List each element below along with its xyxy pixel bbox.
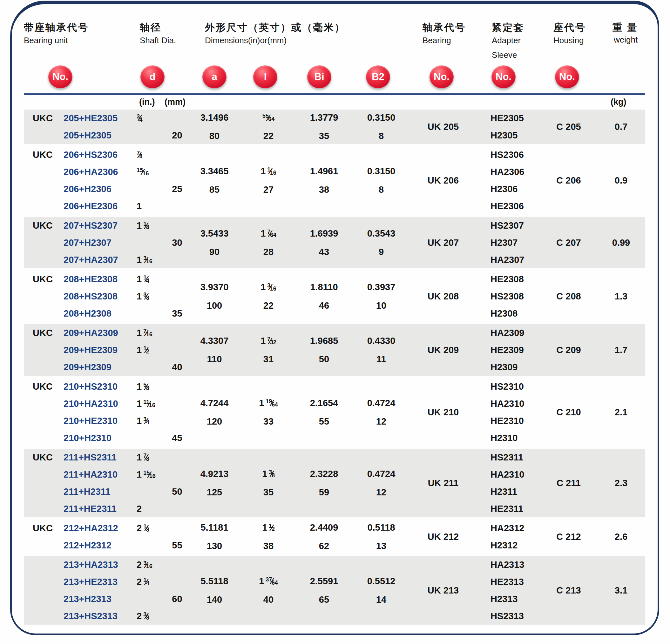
- shaft-dia-in: 11⁄2: [133, 341, 167, 358]
- bearing-number: UK 213: [410, 556, 477, 625]
- ukc-prefix: [24, 234, 64, 251]
- adapter-sleeve-number: H2305: [477, 127, 540, 144]
- ukc-prefix: UKC: [24, 520, 64, 537]
- shaft-dia-mm: 30: [167, 234, 187, 251]
- dim-l: 13⁄835: [241, 449, 295, 517]
- unit-label-kg: (kg): [611, 97, 627, 107]
- adapter-sleeve-number: HS2307: [477, 217, 540, 234]
- shaft-dia-mm: [167, 520, 187, 537]
- part-number: 211+HS2311: [64, 449, 133, 466]
- weight-value: 1.7: [597, 324, 645, 376]
- part-number: 210+HE2310: [64, 412, 133, 429]
- shaft-dia-mm: 60: [167, 590, 187, 607]
- part-number: 208+H2308: [64, 305, 133, 322]
- ukc-prefix: [24, 341, 64, 358]
- header-weight-en: weight: [614, 35, 638, 45]
- part-number: 207+H2307: [64, 234, 133, 251]
- ukc-prefix: UKC: [24, 378, 64, 395]
- shaft-dia-in: 23⁄16: [133, 556, 167, 573]
- unit-label-mm: (mm): [164, 97, 186, 107]
- badge-housing-no-icon: No.: [555, 65, 579, 88]
- shaft-dia-mm: [167, 110, 187, 127]
- dim-a: 3.346585: [187, 146, 241, 215]
- adapter-sleeve-number: HE2309: [477, 341, 540, 358]
- dim-l: 137⁄6440: [241, 556, 295, 625]
- weight-value: 2.3: [597, 449, 645, 517]
- shaft-dia-mm: 20: [167, 127, 187, 144]
- adapter-sleeve-number: HE2308: [477, 271, 540, 288]
- catalog-page: 带座轴承代号 Bearing unit 轴径 Shaft Dia. 外形尺寸（英…: [0, 0, 670, 644]
- housing-number: C 211: [540, 449, 597, 517]
- shaft-dia-mm: [167, 288, 187, 305]
- weight-value: 0.99: [597, 217, 645, 268]
- shaft-dia-mm: [167, 163, 187, 180]
- badge-sleeve-no-icon: No.: [492, 65, 515, 88]
- part-number: 213+HE2313: [64, 573, 133, 590]
- header-bearing-zh: 轴承代号: [423, 21, 466, 34]
- ukc-prefix: [24, 358, 64, 376]
- shaft-dia-mm: [167, 466, 187, 483]
- dim-b2: 0.511813: [353, 520, 410, 554]
- part-number: 208+HS2308: [64, 288, 133, 305]
- part-number: 208+HE2308: [64, 271, 133, 288]
- header-housing-zh: 座代号: [553, 21, 586, 34]
- header-bearing-unit-en: Bearing unit: [24, 36, 68, 45]
- dim-a: 5.1181130: [187, 520, 241, 554]
- ukc-prefix: [24, 163, 64, 180]
- adapter-sleeve-number: HA2310: [477, 466, 540, 483]
- header-bearing-en: Bearing: [423, 36, 451, 45]
- housing-number: C 207: [540, 217, 597, 268]
- ukc-prefix: [24, 180, 64, 197]
- badge-dim-a-icon: a: [202, 65, 227, 88]
- adapter-sleeve-number: HS2306: [477, 146, 540, 163]
- shaft-dia-in: 115⁄16: [133, 466, 167, 483]
- shaft-dia-in: 21⁄4: [133, 573, 167, 590]
- ukc-prefix: [24, 556, 64, 573]
- ukc-prefix: UKC: [24, 271, 64, 288]
- dim-bi: 2.559165: [295, 556, 353, 625]
- shaft-dia-in: [133, 537, 167, 554]
- weight-value: 2.1: [597, 378, 645, 447]
- housing-number: C 210: [540, 378, 597, 447]
- header-adapter-sleeve-zh: 紧定套: [492, 21, 524, 34]
- part-number: 205+HE2305: [64, 110, 133, 127]
- badge-dim-bi-icon: Bi: [307, 65, 331, 88]
- shaft-dia-mm: [167, 395, 187, 412]
- shaft-dia-in: 2: [133, 500, 167, 517]
- shaft-dia-in: 17⁄16: [133, 324, 167, 341]
- dim-l: 13⁄1622: [241, 271, 295, 322]
- dim-a: 3.149680: [187, 110, 241, 144]
- shaft-dia-mm: [167, 573, 187, 590]
- shaft-dia-mm: [167, 271, 187, 288]
- shaft-dia-mm: [167, 217, 187, 234]
- housing-number: C 209: [540, 324, 597, 376]
- dim-bi: 1.693943: [295, 217, 353, 268]
- ukc-prefix: [24, 590, 64, 607]
- shaft-dia-mm: [167, 146, 187, 163]
- adapter-sleeve-number: HE2310: [477, 412, 540, 429]
- shaft-dia-in: [133, 305, 167, 322]
- shaft-dia-in: 23⁄8: [133, 607, 167, 625]
- shaft-dia-in: 11⁄8: [133, 217, 167, 234]
- shaft-dia-mm: 25: [167, 180, 187, 197]
- part-number: 207+HS2307: [64, 217, 133, 234]
- dim-b2: 0.35439: [353, 217, 410, 268]
- housing-number: C 208: [540, 271, 597, 322]
- ukc-prefix: UKC: [24, 217, 64, 234]
- ukc-prefix: [24, 573, 64, 590]
- shaft-dia-mm: 35: [167, 305, 187, 322]
- shaft-dia-in: 13⁄8: [133, 288, 167, 305]
- ukc-prefix: [24, 251, 64, 268]
- dim-l: 11⁄238: [241, 520, 295, 554]
- header-dimensions-zh: 外形尺寸（英寸）或（毫米）: [205, 21, 345, 34]
- adapter-sleeve-number: HA2310: [477, 395, 540, 412]
- weight-value: 1.3: [597, 271, 645, 322]
- badge-bearing-no-icon: No.: [429, 65, 454, 88]
- shaft-dia-in: 15⁄8: [133, 378, 167, 395]
- bearing-number: UK 209: [410, 324, 477, 376]
- adapter-sleeve-number: HE2311: [477, 500, 540, 517]
- part-number: 206+HE2306: [64, 197, 133, 215]
- dim-l: 17⁄6428: [241, 217, 295, 268]
- header-adapter-sleeve-en-line2: Sleeve: [492, 50, 517, 60]
- adapter-sleeve-number: H2308: [477, 305, 540, 322]
